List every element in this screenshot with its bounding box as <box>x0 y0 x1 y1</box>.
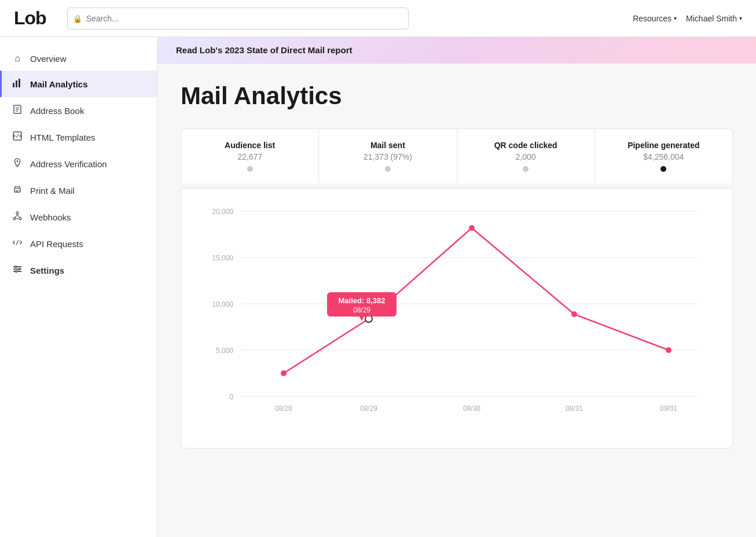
banner[interactable]: Read Lob's 2023 State of Direct Mail rep… <box>157 37 756 64</box>
svg-point-14 <box>19 218 21 220</box>
chart-dot-0901[interactable] <box>666 347 671 353</box>
sidebar-item-address-verification[interactable]: Address Verification <box>0 150 157 177</box>
svg-point-15 <box>16 212 19 214</box>
y-label-15000: 15,000 <box>212 254 233 262</box>
sidebar-item-webhooks[interactable]: Webhooks <box>0 204 157 230</box>
search-input[interactable] <box>67 8 409 30</box>
sidebar-item-label: HTML Templates <box>30 133 96 142</box>
sidebar-item-label: Address Book <box>30 106 84 116</box>
webhooks-icon <box>12 211 23 223</box>
top-navigation: Lob 🔒 Resources ▾ Michael Smith ▾ <box>0 0 756 37</box>
print-and-mail-icon <box>12 184 23 197</box>
sidebar-item-html-templates[interactable]: HTML Templates <box>0 124 157 150</box>
svg-point-21 <box>19 268 20 270</box>
chart-container: 20,000 15,000 10,000 5,000 0 <box>181 188 733 448</box>
stat-audience-list: Audience list 22,677 <box>181 129 319 183</box>
sidebar-item-mail-analytics[interactable]: Mail Analytics <box>0 71 157 97</box>
user-menu-button[interactable]: Michael Smith ▾ <box>686 14 742 23</box>
sidebar-item-label: Mail Analytics <box>30 79 87 89</box>
stat-mail-sent: Mail sent 21,373 (97%) <box>319 129 457 183</box>
svg-line-16 <box>16 240 19 245</box>
sidebar-item-overview[interactable]: ⌂ Overview <box>0 46 157 71</box>
x-label-0828: 08/28 <box>275 404 292 413</box>
tooltip-caret <box>359 317 364 321</box>
svg-rect-2 <box>19 79 20 87</box>
sidebar-item-label: Overview <box>30 54 67 64</box>
y-label-20000: 20,000 <box>212 208 233 216</box>
app-logo: Lob <box>14 8 46 29</box>
lock-icon: 🔒 <box>73 14 82 23</box>
search-wrapper: 🔒 <box>67 8 409 30</box>
sidebar: ⌂ Overview Mail Analytics Address Book H… <box>0 37 157 537</box>
analytics-chart: 20,000 15,000 10,000 5,000 0 <box>186 203 723 434</box>
sidebar-item-label: Address Verification <box>30 159 107 169</box>
x-label-0831: 08/31 <box>566 404 583 413</box>
tooltip-date: 08/29 <box>353 306 370 314</box>
stat-qr-code: QR code clicked 2,000 <box>457 129 595 183</box>
svg-point-9 <box>17 160 19 162</box>
sidebar-item-label: API Requests <box>30 239 83 249</box>
svg-point-20 <box>15 266 17 268</box>
address-verification-icon <box>12 157 23 170</box>
tooltip-label: Mailed: 8,382 <box>339 296 386 305</box>
sidebar-item-print-and-mail[interactable]: Print & Mail <box>0 177 157 204</box>
stat-dot-pipeline <box>660 166 666 172</box>
stat-dot-audience <box>247 166 253 172</box>
stats-row: Audience list 22,677 Mail sent 21,373 (9… <box>181 128 733 183</box>
settings-icon <box>12 264 23 277</box>
page-body: Mail Analytics Audience list 22,677 Mail… <box>157 64 756 467</box>
sidebar-item-label: Webhooks <box>30 212 71 222</box>
svg-line-8 <box>16 134 19 138</box>
y-label-10000: 10,000 <box>212 300 233 308</box>
sidebar-item-api-requests[interactable]: API Requests <box>0 230 157 257</box>
main-layout: ⌂ Overview Mail Analytics Address Book H… <box>0 37 756 537</box>
svg-rect-0 <box>13 83 14 87</box>
svg-rect-1 <box>16 80 17 87</box>
y-label-5000: 5,000 <box>216 347 233 355</box>
x-label-0829: 08/29 <box>360 404 377 413</box>
stat-dot-qr <box>523 166 529 172</box>
x-label-0901: 09/01 <box>660 404 677 413</box>
stat-pipeline: Pipeline generated $4,256,004 <box>595 129 732 183</box>
chart-dot-0831[interactable] <box>571 311 577 317</box>
svg-point-22 <box>16 271 17 273</box>
address-book-icon <box>12 104 23 117</box>
main-content: Read Lob's 2023 State of Direct Mail rep… <box>157 37 756 537</box>
chart-dot-0828[interactable] <box>281 370 287 376</box>
stat-dot-mail-sent <box>385 166 391 172</box>
chart-dot-0830[interactable] <box>469 225 475 231</box>
topnav-right: Resources ▾ Michael Smith ▾ <box>633 14 742 23</box>
api-requests-icon <box>12 237 23 250</box>
sidebar-item-address-book[interactable]: Address Book <box>0 97 157 124</box>
user-chevron-icon: ▾ <box>739 15 742 21</box>
resources-button[interactable]: Resources ▾ <box>633 14 677 23</box>
page-title: Mail Analytics <box>181 82 733 110</box>
overview-icon: ⌂ <box>12 53 23 64</box>
sidebar-item-label: Settings <box>30 266 64 275</box>
svg-point-13 <box>13 218 16 220</box>
mail-analytics-icon <box>12 78 23 90</box>
y-label-0: 0 <box>229 393 233 401</box>
x-label-0830: 08/30 <box>463 404 480 413</box>
resources-chevron-icon: ▾ <box>674 15 677 21</box>
sidebar-item-settings[interactable]: Settings <box>0 257 157 284</box>
html-templates-icon <box>12 131 23 144</box>
sidebar-item-label: Print & Mail <box>30 186 75 196</box>
